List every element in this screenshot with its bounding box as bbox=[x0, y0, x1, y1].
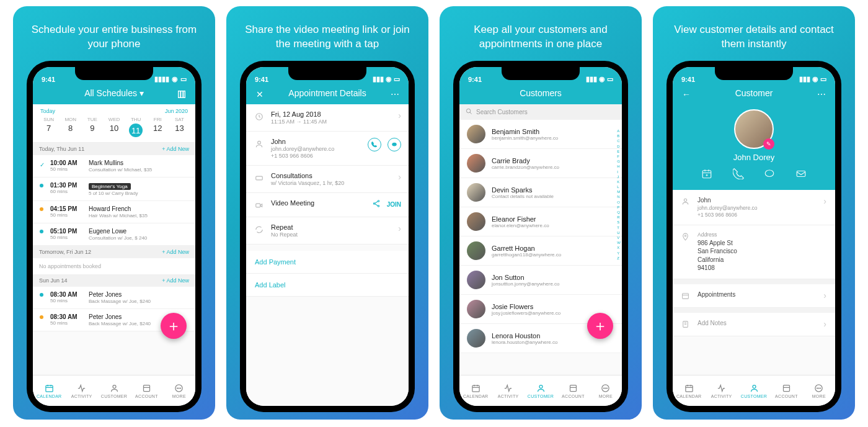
today-link[interactable]: Today bbox=[40, 108, 55, 114]
contact-info-row[interactable]: John john.dorey@anywhere.co +1 503 966 8… bbox=[673, 190, 835, 225]
close-icon[interactable]: ✕ bbox=[254, 88, 266, 101]
phone-frame: 9:41 ▮▮▮ ◉ ▭ Customers Search Customers … bbox=[453, 61, 628, 412]
email-action-icon[interactable] bbox=[795, 168, 807, 181]
day-cell[interactable]: SUN7 bbox=[38, 117, 60, 137]
edit-avatar-button[interactable]: ✎ bbox=[763, 138, 774, 150]
tab-calendar[interactable]: CALENDAR bbox=[673, 375, 705, 406]
call-action-icon[interactable] bbox=[733, 168, 744, 181]
more-icon[interactable]: ⋯ bbox=[815, 88, 828, 101]
tab-more[interactable]: MORE bbox=[590, 375, 622, 406]
message-action-icon[interactable] bbox=[764, 168, 775, 181]
plus-icon: ＋ bbox=[593, 316, 608, 336]
add-fab[interactable]: ＋ bbox=[587, 313, 613, 339]
appointment-row[interactable]: 04:15 PM50 mins Howard French Hair Wash … bbox=[33, 201, 195, 223]
activity-icon bbox=[76, 383, 87, 393]
more-icon[interactable]: ⋯ bbox=[389, 88, 401, 101]
appointment-row[interactable]: ✓ 10:00 AM50 mins Mark Mullins Consultat… bbox=[33, 155, 195, 178]
day-cell[interactable]: FRI12 bbox=[147, 117, 169, 137]
screen-header: All Schedules ▾ bbox=[33, 84, 195, 104]
tab-calendar[interactable]: CALENDAR bbox=[459, 375, 492, 406]
add-new-link[interactable]: + Add New bbox=[162, 277, 189, 284]
tab-bar: CALENDARACTIVITYCUSTOMERACCOUNTMORE bbox=[33, 375, 195, 406]
back-icon[interactable]: ← bbox=[680, 88, 693, 101]
customer-row[interactable]: Eleanor Fisher elanor.elen@anywhere.co bbox=[459, 207, 622, 236]
customer-row[interactable]: Carrie Brady carrie.brandzon@anywhere.co bbox=[459, 149, 622, 178]
screen-header: ✕ Appointment Details ⋯ bbox=[246, 84, 409, 104]
alphabet-index[interactable]: ABCDEFGHIJKLMNOPQRSTUVWXYZ bbox=[617, 129, 621, 261]
tab-activity[interactable]: ACTIVITY bbox=[492, 375, 524, 406]
detail-customer-row[interactable]: John john.dorey@anywhere.co +1 503 966 8… bbox=[246, 132, 409, 166]
tab-activity[interactable]: ACTIVITY bbox=[65, 375, 97, 406]
tab-more[interactable]: MORE bbox=[803, 375, 835, 406]
month-label[interactable]: Jun 2020 bbox=[165, 108, 188, 114]
tab-account[interactable]: ACCOUNT bbox=[557, 375, 589, 406]
chevron-icon bbox=[823, 319, 826, 329]
calendar-action-icon[interactable] bbox=[701, 168, 712, 181]
customer-row[interactable]: Jon Sutton jonsuttton.jonny@anywhere.co bbox=[459, 266, 622, 295]
status-dot bbox=[39, 228, 44, 233]
add-fab[interactable]: ＋ bbox=[161, 313, 187, 339]
detail-date-row[interactable]: Fri, 12 Aug 2018 11:15 AM → 11:45 AM bbox=[246, 104, 409, 132]
week-header: Today Jun 2020 SUN7MON8TUE9WED10THU11FRI… bbox=[33, 104, 195, 143]
tab-customer[interactable]: CUSTOMER bbox=[525, 375, 557, 406]
phone-frame: 9:41 ▮▮▮▮ ◉ ▭ All Schedules ▾ bbox=[27, 61, 202, 412]
tab-more[interactable]: MORE bbox=[163, 375, 195, 406]
customer-row[interactable]: Benjamin Smith benjamin.smith@anywhere.c… bbox=[459, 120, 622, 149]
add-new-link[interactable]: + Add New bbox=[162, 146, 189, 152]
day-cell[interactable]: WED10 bbox=[103, 117, 125, 137]
tab-customer[interactable]: CUSTOMER bbox=[738, 375, 770, 406]
appointment-row[interactable]: 08:30 AM50 mins Peter Jones Back Massage… bbox=[33, 287, 195, 309]
tab-bar: CALENDARACTIVITYCUSTOMERACCOUNTMORE bbox=[459, 375, 622, 406]
day-cell[interactable]: SAT13 bbox=[169, 117, 190, 137]
day-cell[interactable]: MON8 bbox=[60, 117, 81, 137]
address-row[interactable]: Address 986 Apple StSan FranciscoCalifor… bbox=[673, 225, 835, 279]
appointment-main: Beginner's Yoga 5 of 10 w/ Carry Brady bbox=[89, 182, 138, 196]
message-button[interactable] bbox=[388, 138, 401, 151]
appointments-row[interactable]: Appointments bbox=[673, 284, 835, 308]
customer-row[interactable]: Garrett Hogan garretthogan118@anywhere.c… bbox=[459, 236, 622, 266]
appointment-time: 08:30 AM50 mins bbox=[50, 313, 82, 326]
user-icon bbox=[681, 196, 691, 207]
header-title[interactable]: All Schedules ▾ bbox=[84, 88, 144, 98]
tab-account[interactable]: ACCOUNT bbox=[770, 375, 802, 406]
phone-frame: 9:41 ▮▮▮ ◉ ▭ ← Customer ⋯ ✎ John Dorey bbox=[666, 61, 841, 412]
customer-name: Devin Sparks bbox=[492, 186, 554, 194]
avatar bbox=[467, 154, 485, 173]
search-input[interactable]: Search Customers bbox=[459, 104, 622, 120]
svg-rect-28 bbox=[797, 171, 805, 177]
avatar bbox=[467, 212, 485, 231]
appointment-row[interactable]: 05:10 PM50 mins Eugene Lowe Consultation… bbox=[33, 223, 195, 246]
tab-calendar[interactable]: CALENDAR bbox=[33, 375, 65, 406]
customer-email: josy.josieflowers@anywhere.co bbox=[492, 310, 560, 316]
add-label-link[interactable]: Add Label bbox=[246, 274, 409, 297]
tab-customer[interactable]: CUSTOMER bbox=[98, 375, 130, 406]
tab-activity[interactable]: ACTIVITY bbox=[705, 375, 737, 406]
section-header: Sun Jun 14+ Add New bbox=[33, 274, 195, 287]
detail-repeat-row[interactable]: Repeat No Repeat bbox=[246, 217, 409, 245]
section-header: Tomorrow, Fri Jun 12+ Add New bbox=[33, 246, 195, 258]
appointment-time: 08:30 AM50 mins bbox=[50, 291, 82, 303]
tab-account[interactable]: ACCOUNT bbox=[130, 375, 162, 406]
customer-name: Eleanor Fisher bbox=[492, 215, 549, 223]
appointment-row[interactable]: 01:30 PM60 mins Beginner's Yoga 5 of 10 … bbox=[33, 178, 195, 201]
svg-point-27 bbox=[766, 170, 774, 177]
detail-service-row[interactable]: Consultations w/ Victoria Vasquez, 1 hr,… bbox=[246, 166, 409, 193]
call-button[interactable] bbox=[368, 138, 381, 151]
more-icon bbox=[174, 383, 185, 393]
day-cell[interactable]: TUE9 bbox=[81, 117, 103, 137]
svg-point-8 bbox=[179, 388, 179, 389]
day-cell[interactable]: THU11 bbox=[125, 117, 147, 137]
cust-name: John bbox=[271, 138, 361, 145]
add-new-link[interactable]: + Add New bbox=[162, 249, 189, 255]
add-payment-link[interactable]: Add Payment bbox=[246, 251, 409, 274]
notes-row[interactable]: Add Notes bbox=[673, 313, 835, 336]
svg-point-7 bbox=[177, 388, 178, 389]
svg-point-18 bbox=[466, 109, 470, 112]
join-button[interactable]: JOIN bbox=[387, 201, 401, 208]
customer-row[interactable]: Devin Sparks Contact details not availab… bbox=[459, 178, 622, 207]
share-icon[interactable] bbox=[372, 199, 381, 209]
svg-rect-0 bbox=[179, 91, 180, 98]
columns-icon[interactable] bbox=[175, 88, 188, 101]
appointment-time: 10:00 AM50 mins bbox=[50, 160, 82, 172]
chevron-icon bbox=[823, 196, 826, 206]
